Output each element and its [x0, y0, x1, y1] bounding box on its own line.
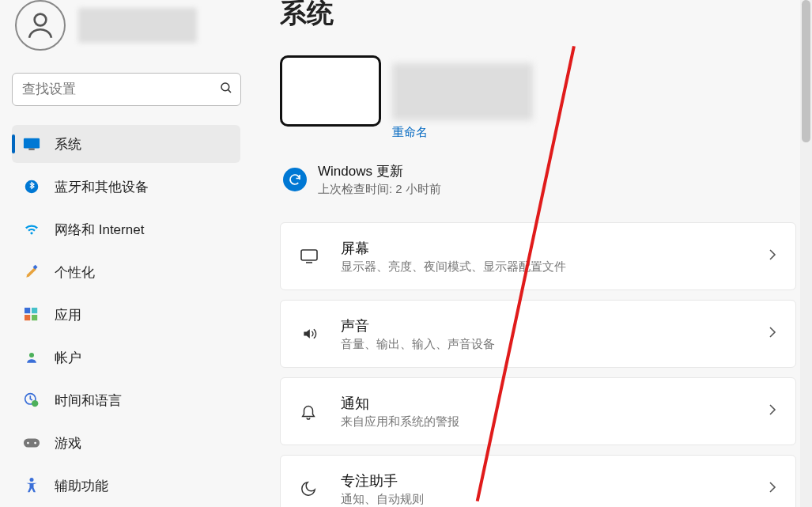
- sidebar-item-label: 个性化: [55, 263, 95, 282]
- search-field[interactable]: [12, 73, 241, 106]
- wifi-icon: [23, 221, 40, 238]
- rename-device-link[interactable]: 重命名: [392, 125, 428, 140]
- main-content: 系统 重命名 Windows 更新 上次检查时间: 2 小时前 屏幕: [245, 0, 812, 507]
- system-icon: [23, 135, 40, 153]
- sidebar-item-label: 帐户: [55, 349, 81, 367]
- brush-icon: [23, 263, 40, 281]
- device-name-redacted: [392, 63, 533, 120]
- svg-rect-3: [24, 138, 40, 149]
- accessibility-icon: [23, 477, 40, 494]
- user-name-redacted: [78, 8, 197, 43]
- device-monitor-thumbnail[interactable]: [280, 55, 381, 127]
- sidebar-item-label: 时间和语言: [55, 392, 122, 410]
- sidebar-item-bluetooth[interactable]: 蓝牙和其他设备: [12, 168, 240, 206]
- svg-point-11: [29, 353, 34, 358]
- setting-sound[interactable]: 声音 音量、输出、输入、声音设备: [280, 300, 796, 368]
- search-input[interactable]: [12, 73, 241, 106]
- chevron-right-icon: [769, 403, 776, 419]
- sidebar: 系统 蓝牙和其他设备 网络和 Internet 个性化: [0, 0, 245, 507]
- setting-title: 专注助手: [341, 471, 769, 490]
- vertical-scrollbar[interactable]: [800, 0, 812, 507]
- user-block: [12, 0, 240, 65]
- svg-point-13: [32, 400, 38, 407]
- setting-title: 屏幕: [341, 239, 769, 258]
- sidebar-item-accessibility[interactable]: 辅助功能: [12, 467, 240, 505]
- gamepad-icon: [23, 434, 40, 452]
- sidebar-item-network[interactable]: 网络和 Internet: [12, 210, 240, 248]
- svg-point-16: [34, 442, 36, 445]
- svg-rect-14: [24, 439, 40, 448]
- setting-title: 声音: [341, 316, 769, 335]
- sidebar-item-label: 系统: [55, 135, 81, 153]
- update-title: Windows 更新: [318, 162, 441, 180]
- sidebar-item-label: 辅助功能: [55, 477, 108, 495]
- svg-rect-8: [32, 308, 37, 313]
- svg-point-17: [30, 478, 34, 482]
- sidebar-item-accounts[interactable]: 帐户: [12, 339, 240, 376]
- update-sync-icon: [283, 168, 307, 191]
- setting-focus-assist[interactable]: 专注助手 通知、自动规则: [280, 455, 796, 507]
- svg-point-0: [35, 14, 47, 26]
- chevron-right-icon: [769, 248, 776, 264]
- sidebar-item-personalization[interactable]: 个性化: [12, 253, 240, 291]
- display-icon: [300, 248, 320, 264]
- sidebar-item-apps[interactable]: 应用: [12, 296, 240, 334]
- sidebar-item-label: 蓝牙和其他设备: [55, 178, 149, 196]
- search-icon[interactable]: [219, 81, 233, 98]
- sidebar-nav: 系统 蓝牙和其他设备 网络和 Internet 个性化: [12, 125, 240, 505]
- svg-rect-4: [28, 149, 34, 150]
- chevron-right-icon: [769, 326, 776, 342]
- bluetooth-icon: [23, 178, 40, 195]
- sidebar-item-label: 游戏: [55, 434, 81, 452]
- setting-notifications[interactable]: 通知 来自应用和系统的警报: [280, 377, 796, 445]
- account-icon: [23, 349, 40, 366]
- setting-subtitle: 来自应用和系统的警报: [341, 414, 769, 429]
- sidebar-item-label: 应用: [55, 306, 81, 324]
- avatar[interactable]: [15, 0, 66, 51]
- sidebar-item-gaming[interactable]: 游戏: [12, 424, 240, 462]
- scrollbar-thumb[interactable]: [802, 0, 810, 142]
- chevron-right-icon: [769, 481, 776, 497]
- setting-title: 通知: [341, 394, 769, 413]
- device-summary: 重命名: [280, 55, 796, 140]
- sidebar-item-time-language[interactable]: 时间和语言: [12, 381, 240, 419]
- svg-rect-10: [32, 315, 37, 320]
- sidebar-item-system[interactable]: 系统: [12, 125, 240, 163]
- update-subtitle: 上次检查时间: 2 小时前: [318, 182, 441, 197]
- clock-globe-icon: [23, 392, 40, 409]
- svg-line-2: [228, 90, 231, 93]
- apps-icon: [23, 306, 40, 323]
- bell-icon: [300, 403, 320, 420]
- svg-rect-18: [301, 250, 317, 260]
- sidebar-item-label: 网络和 Internet: [55, 221, 144, 239]
- sound-icon: [300, 326, 320, 342]
- person-icon: [24, 9, 57, 42]
- svg-rect-7: [25, 308, 30, 313]
- windows-update-tile[interactable]: Windows 更新 上次检查时间: 2 小时前: [283, 162, 796, 197]
- setting-display[interactable]: 屏幕 显示器、亮度、夜间模式、显示器配置文件: [280, 222, 796, 290]
- setting-subtitle: 显示器、亮度、夜间模式、显示器配置文件: [341, 259, 769, 274]
- svg-point-1: [221, 83, 229, 91]
- svg-rect-9: [25, 315, 30, 320]
- page-title: 系统: [280, 0, 796, 32]
- setting-subtitle: 通知、自动规则: [341, 492, 769, 507]
- setting-subtitle: 音量、输出、输入、声音设备: [341, 337, 769, 352]
- moon-icon: [300, 480, 320, 498]
- svg-point-15: [27, 442, 29, 445]
